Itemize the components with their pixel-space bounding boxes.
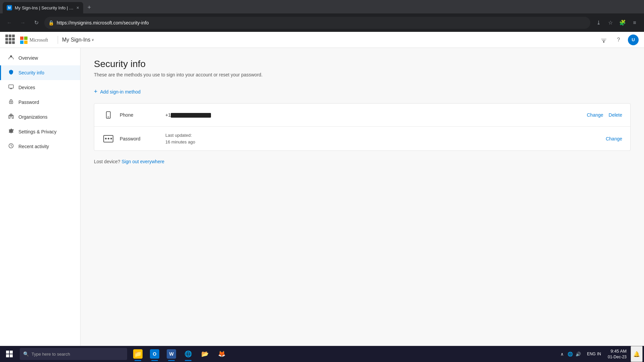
header-actions: ? U: [598, 35, 639, 45]
lang-indicator: ENG: [587, 352, 596, 356]
bookmark-button[interactable]: ☆: [605, 17, 616, 28]
tab-title: My Sign-Ins | Security Info | Mi...: [15, 5, 74, 10]
overview-icon: [8, 55, 14, 61]
tab-close-button[interactable]: ×: [76, 5, 79, 10]
browser-chrome: M My Sign-Ins | Security Info | Mi... × …: [0, 0, 644, 32]
phone-delete-button[interactable]: Delete: [609, 111, 622, 119]
tab-favicon: M: [7, 5, 12, 10]
password-change-button[interactable]: Change: [606, 135, 622, 143]
forward-button[interactable]: →: [17, 17, 28, 28]
taskbar-search[interactable]: 🔍 Type here to search: [20, 348, 127, 360]
svg-rect-5: [603, 41, 604, 43]
phone-method-detail: +1: [165, 112, 581, 118]
overview-label: Overview: [18, 55, 38, 61]
taskbar-app-firefox[interactable]: 🦊: [214, 346, 230, 362]
header-divider: [58, 36, 58, 44]
clock-date: 01-Dec-23: [608, 354, 627, 360]
organizations-label: Organizations: [18, 114, 47, 120]
file-explorer-icon: 📁: [133, 349, 143, 359]
taskbar-search-icon: 🔍: [23, 351, 29, 357]
svg-rect-0: [20, 37, 23, 40]
tray-chevron[interactable]: ∧: [559, 351, 566, 357]
taskbar-app-word[interactable]: W: [163, 346, 179, 362]
recent-activity-icon: [8, 143, 14, 150]
volume-icon[interactable]: 🔊: [575, 351, 582, 357]
file-manager-icon: 📂: [200, 349, 210, 359]
phone-change-button[interactable]: Change: [587, 111, 603, 119]
nav-bar: ← → ↻ 🔒 https://mysignins.microsoft.com/…: [0, 13, 644, 32]
security-methods-card: Phone +1 Change Delete: [94, 103, 631, 151]
taskbar-app-file-manager[interactable]: 📂: [197, 346, 213, 362]
taskbar-apps: 📁 O W 🌐 📂 🦊: [130, 346, 230, 362]
app-name-chevron: ∨: [92, 38, 94, 42]
clock-area[interactable]: 9:45 AM 01-Dec-23: [604, 348, 631, 360]
outlook-icon: O: [150, 349, 159, 359]
password-label: Password: [18, 100, 39, 105]
extensions-button[interactable]: 🧩: [617, 17, 628, 28]
svg-rect-7: [601, 39, 606, 40]
sidebar-item-organizations[interactable]: Organizations: [0, 110, 80, 124]
phone-method-row: Phone +1 Change Delete: [94, 104, 630, 127]
notification-button[interactable]: 🔔: [631, 346, 643, 362]
ms-header: Microsoft My Sign-Ins ∨ ? U: [0, 32, 644, 48]
sidebar-item-settings[interactable]: Settings & Privacy: [0, 124, 80, 139]
tab-bar: M My Sign-Ins | Security Info | Mi... × …: [0, 0, 644, 13]
download-button[interactable]: ⤓: [593, 17, 604, 28]
svg-rect-3: [24, 41, 28, 44]
add-icon: +: [94, 88, 98, 95]
back-button[interactable]: ←: [4, 17, 15, 28]
network-icon-button[interactable]: [598, 35, 609, 45]
organizations-icon: [8, 114, 14, 120]
svg-rect-1: [24, 37, 28, 40]
taskbar-app-outlook[interactable]: O: [147, 346, 163, 362]
svg-rect-13: [12, 116, 13, 118]
refresh-button[interactable]: ↻: [31, 17, 42, 28]
system-tray: ∧ 🌐 🔊: [556, 351, 584, 357]
help-button[interactable]: ?: [613, 35, 624, 45]
region-indicator: IN: [597, 352, 601, 356]
word-icon: W: [167, 349, 176, 359]
password-method-name: Password: [120, 136, 160, 141]
svg-rect-16: [106, 112, 110, 118]
nav-actions: ⤓ ☆ 🧩 ≡: [593, 17, 640, 28]
svg-rect-6: [602, 40, 605, 41]
page-subtitle: These are the methods you use to sign in…: [94, 72, 631, 77]
taskbar-app-chrome[interactable]: 🌐: [180, 346, 196, 362]
svg-rect-2: [20, 41, 23, 44]
sidebar-item-password[interactable]: Password: [0, 95, 80, 110]
password-method-row: Password Last updated: 16 minutes ago Ch…: [94, 127, 630, 150]
app-layout: Microsoft My Sign-Ins ∨ ? U: [0, 32, 644, 346]
notification-icon: 🔔: [633, 351, 640, 357]
sidebar-item-devices[interactable]: Devices: [0, 80, 80, 95]
sidebar-item-security-info[interactable]: Security info: [0, 65, 80, 80]
address-bar[interactable]: 🔒 https://mysignins.microsoft.com/securi…: [44, 17, 590, 29]
chrome-icon: 🌐: [183, 349, 193, 359]
svg-point-11: [11, 102, 11, 103]
browser-menu-button[interactable]: ≡: [629, 17, 640, 28]
waffle-menu-button[interactable]: [5, 35, 16, 45]
settings-label: Settings & Privacy: [18, 129, 57, 134]
add-sign-in-method-button[interactable]: + Add sign-in method: [94, 85, 631, 98]
new-tab-button[interactable]: +: [85, 3, 94, 12]
browser-tab[interactable]: M My Sign-Ins | Security Info | Mi... ×: [3, 2, 83, 13]
windows-icon: [6, 351, 13, 357]
network-tray-icon[interactable]: 🌐: [567, 351, 574, 357]
sidebar-item-overview[interactable]: Overview: [0, 51, 80, 65]
security-lock-icon: 🔒: [48, 20, 54, 25]
help-icon: ?: [617, 37, 620, 43]
security-info-label: Security info: [18, 70, 44, 75]
sidebar-item-recent-activity[interactable]: Recent activity: [0, 139, 80, 154]
sign-out-everywhere-link[interactable]: Sign out everywhere: [122, 159, 165, 164]
page-title: Security info: [94, 59, 631, 69]
main-area: Overview Security info Devices Password: [0, 48, 644, 346]
devices-label: Devices: [18, 85, 35, 90]
taskbar-app-file-explorer[interactable]: 📁: [130, 346, 146, 362]
firefox-icon: 🦊: [217, 349, 226, 359]
user-avatar[interactable]: U: [628, 35, 639, 45]
app-name[interactable]: My Sign-Ins ∨: [62, 37, 94, 43]
waffle-icon: [5, 35, 16, 45]
svg-rect-12: [9, 116, 10, 118]
sidebar: Overview Security info Devices Password: [0, 48, 80, 346]
start-button[interactable]: [0, 346, 18, 362]
taskbar-right: ∧ 🌐 🔊 ENG IN 9:45 AM 01-Dec-23 🔔: [556, 346, 644, 362]
